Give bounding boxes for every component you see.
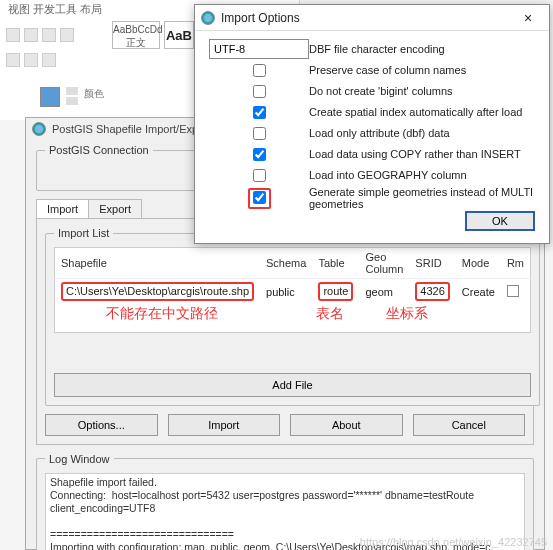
dialog-title: Import Options bbox=[221, 11, 300, 25]
col-schema: Schema bbox=[260, 248, 312, 279]
options-button[interactable]: Options... bbox=[45, 414, 158, 436]
import-list-legend: Import List bbox=[54, 227, 113, 239]
annotation-path: 不能存在中文路径 bbox=[106, 305, 218, 323]
import-button[interactable]: Import bbox=[168, 414, 281, 436]
cell-mode[interactable]: Create bbox=[456, 279, 501, 305]
option-row-2: Create spatial index automatically after… bbox=[209, 102, 535, 122]
table-row[interactable]: C:\Users\Ye\Desktop\arcgis\route.shp pub… bbox=[55, 279, 531, 305]
bg-fill-swatch bbox=[40, 87, 60, 107]
table-header-row: Shapefile Schema Table Geo Column SRID M… bbox=[55, 248, 531, 279]
tab-import[interactable]: Import bbox=[36, 199, 89, 218]
col-srid: SRID bbox=[409, 248, 455, 279]
option-checkbox-3[interactable] bbox=[253, 127, 266, 140]
dialog-app-icon bbox=[201, 11, 215, 25]
cell-srid[interactable]: 4326 bbox=[415, 282, 449, 301]
cancel-button[interactable]: Cancel bbox=[413, 414, 526, 436]
col-mode: Mode bbox=[456, 248, 501, 279]
option-row-0: Preserve case of column names bbox=[209, 60, 535, 80]
encoding-label: DBF file character encoding bbox=[309, 43, 535, 55]
close-icon[interactable]: × bbox=[513, 10, 543, 26]
bg-indent-icon bbox=[6, 53, 20, 67]
cell-shapefile[interactable]: C:\Users\Ye\Desktop\arcgis\route.shp bbox=[61, 282, 254, 301]
postgis-app-icon bbox=[32, 122, 46, 136]
bg-align-icon bbox=[42, 28, 56, 42]
bg-spacing-icon bbox=[24, 53, 38, 67]
option-checkbox-4[interactable] bbox=[253, 148, 266, 161]
bg-fill-label: 颜色 bbox=[84, 87, 104, 107]
log-legend: Log Window bbox=[45, 453, 114, 465]
bg-border-icon bbox=[42, 53, 56, 67]
import-panel: Import List Shapefile Schema Table Geo C… bbox=[36, 218, 534, 445]
bg-highlight-icon bbox=[24, 28, 38, 42]
option-label-6: Generate simple geometries instead of MU… bbox=[309, 186, 535, 210]
ok-button[interactable]: OK bbox=[465, 211, 535, 231]
cell-geo[interactable]: geom bbox=[359, 279, 409, 305]
col-table: Table bbox=[312, 248, 359, 279]
add-file-button[interactable]: Add File bbox=[54, 373, 531, 397]
encoding-input[interactable] bbox=[209, 39, 309, 59]
bg-list-icon bbox=[60, 28, 74, 42]
cell-schema[interactable]: public bbox=[260, 279, 312, 305]
option-row-1: Do not create 'bigint' columns bbox=[209, 81, 535, 101]
about-button[interactable]: About bbox=[290, 414, 403, 436]
col-geo: Geo Column bbox=[359, 248, 409, 279]
bg-style-normal: AaBbCcDd正文 bbox=[112, 21, 160, 49]
option-label-3: Load only attribute (dbf) data bbox=[309, 127, 535, 139]
option-row-4: Load data using COPY rather than INSERT bbox=[209, 144, 535, 164]
dialog-titlebar: Import Options × bbox=[195, 5, 549, 31]
bg-font-color-icon bbox=[6, 28, 20, 42]
option-checkbox-6[interactable] bbox=[253, 191, 266, 204]
connection-legend: PostGIS Connection bbox=[45, 144, 153, 156]
col-shapefile: Shapefile bbox=[55, 248, 261, 279]
option-row-3: Load only attribute (dbf) data bbox=[209, 123, 535, 143]
import-list-fieldset: Import List Shapefile Schema Table Geo C… bbox=[45, 227, 540, 406]
option-label-1: Do not create 'bigint' columns bbox=[309, 85, 535, 97]
option-label-5: Load into GEOGRAPHY column bbox=[309, 169, 535, 181]
option-label-0: Preserve case of column names bbox=[309, 64, 535, 76]
annotation-srid: 坐标系 bbox=[386, 305, 428, 323]
cell-table[interactable]: route bbox=[318, 282, 353, 301]
col-rm: Rm bbox=[501, 248, 531, 279]
bg-style-heading: AaB bbox=[164, 21, 194, 49]
tab-export[interactable]: Export bbox=[88, 199, 142, 218]
option-row-6: Generate simple geometries instead of MU… bbox=[209, 186, 535, 210]
watermark: https://blog.csdn.net/weixin_42232745 bbox=[360, 536, 547, 548]
cell-rm-checkbox[interactable] bbox=[507, 285, 519, 297]
annotation-table: 表名 bbox=[316, 305, 344, 323]
option-checkbox-2[interactable] bbox=[253, 106, 266, 119]
option-checkbox-5[interactable] bbox=[253, 169, 266, 182]
option-label-2: Create spatial index automatically after… bbox=[309, 106, 535, 118]
option-row-5: Load into GEOGRAPHY column bbox=[209, 165, 535, 185]
import-options-dialog: Import Options × DBF file character enco… bbox=[194, 4, 550, 244]
option-checkbox-1[interactable] bbox=[253, 85, 266, 98]
option-checkbox-0[interactable] bbox=[253, 64, 266, 77]
action-buttons: Options... Import About Cancel bbox=[45, 414, 525, 436]
option-label-4: Load data using COPY rather than INSERT bbox=[309, 148, 535, 160]
